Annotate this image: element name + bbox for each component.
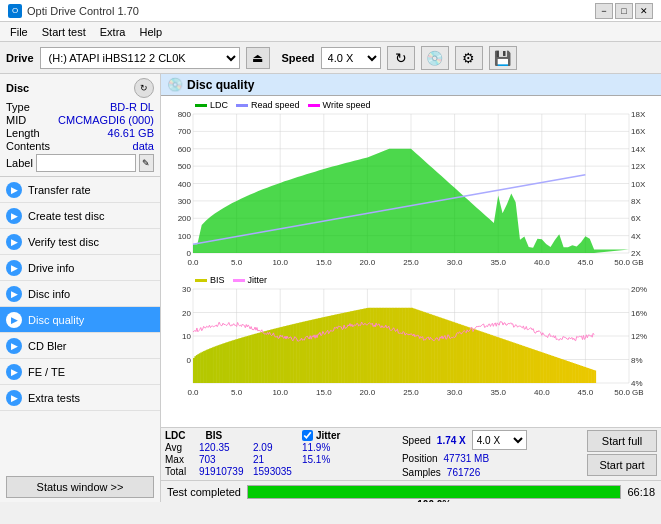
max-bis: 21 bbox=[253, 454, 289, 465]
nav-icon-verify: ▶ bbox=[6, 234, 22, 250]
menu-file[interactable]: File bbox=[4, 24, 34, 40]
action-buttons: Start full Start part bbox=[587, 430, 657, 478]
progress-bar-area: Test completed 100.0% 66:18 bbox=[161, 480, 661, 502]
nav-icon-disc-info: ▶ bbox=[6, 286, 22, 302]
speed-select[interactable]: 4.0 X bbox=[321, 47, 381, 69]
titlebar: O Opti Drive Control 1.70 − □ ✕ bbox=[0, 0, 661, 22]
minimize-button[interactable]: − bbox=[595, 3, 613, 19]
nav-verify-test-disc[interactable]: ▶ Verify test disc bbox=[0, 229, 160, 255]
disc-mid-row: MID CMCMAGDI6 (000) bbox=[6, 114, 154, 126]
nav-label-transfer: Transfer rate bbox=[28, 184, 91, 196]
avg-jitter: 11.9% bbox=[302, 442, 392, 453]
col-header-jitter: Jitter bbox=[316, 430, 340, 441]
top-chart-canvas bbox=[161, 96, 661, 271]
save-button[interactable]: 💾 bbox=[489, 46, 517, 70]
disc-button[interactable]: 💿 bbox=[421, 46, 449, 70]
position-value: 47731 MB bbox=[444, 453, 490, 464]
maximize-button[interactable]: □ bbox=[615, 3, 633, 19]
legend-write-speed: Write speed bbox=[308, 100, 371, 110]
nav-items: ▶ Transfer rate ▶ Create test disc ▶ Ver… bbox=[0, 177, 160, 411]
speed-value: 1.74 X bbox=[437, 435, 466, 446]
menu-help[interactable]: Help bbox=[133, 24, 168, 40]
disc-refresh-icon[interactable]: ↻ bbox=[134, 78, 154, 98]
nav-label-disc-info: Disc info bbox=[28, 288, 70, 300]
total-label: Total bbox=[165, 466, 197, 477]
nav-create-test-disc[interactable]: ▶ Create test disc bbox=[0, 203, 160, 229]
charts-area: LDC Read speed Write speed bbox=[161, 96, 661, 427]
nav-extra-tests[interactable]: ▶ Extra tests bbox=[0, 385, 160, 411]
max-ldc: 703 bbox=[199, 454, 251, 465]
disc-mid-label: MID bbox=[6, 114, 26, 126]
start-part-button[interactable]: Start part bbox=[587, 454, 657, 476]
total-jitter bbox=[302, 466, 392, 477]
disc-header: Disc ↻ bbox=[6, 78, 154, 98]
disc-label-button[interactable]: ✎ bbox=[139, 154, 154, 172]
col-header-ldc: LDC bbox=[165, 430, 186, 441]
status-text: Test completed bbox=[167, 486, 241, 498]
drive-select[interactable]: (H:) ATAPI iHBS112 2 CL0K bbox=[40, 47, 240, 69]
progress-bar-track: 100.0% bbox=[247, 485, 621, 499]
nav-icon-create: ▶ bbox=[6, 208, 22, 224]
nav-label-fe-te: FE / TE bbox=[28, 366, 65, 378]
titlebar-left: O Opti Drive Control 1.70 bbox=[8, 4, 139, 18]
nav-drive-info[interactable]: ▶ Drive info bbox=[0, 255, 160, 281]
disc-quality-icon: 💿 bbox=[167, 77, 183, 92]
menu-extra[interactable]: Extra bbox=[94, 24, 132, 40]
nav-disc-quality[interactable]: ▶ Disc quality bbox=[0, 307, 160, 333]
disc-length-label: Length bbox=[6, 127, 40, 139]
disc-label-row: Label ✎ bbox=[6, 154, 154, 172]
bottom-chart-canvas bbox=[161, 271, 661, 401]
avg-label: Avg bbox=[165, 442, 197, 453]
legend-bis-label: BIS bbox=[210, 275, 225, 285]
legend-read-speed-label: Read speed bbox=[251, 100, 300, 110]
eject-button[interactable]: ⏏ bbox=[246, 47, 270, 69]
disc-title: Disc bbox=[6, 82, 29, 94]
disc-panel: Disc ↻ Type BD-R DL MID CMCMAGDI6 (000) … bbox=[0, 74, 160, 177]
close-button[interactable]: ✕ bbox=[635, 3, 653, 19]
bottom-chart: BIS Jitter bbox=[161, 271, 661, 427]
drive-label: Drive bbox=[6, 52, 34, 64]
sidebar: Disc ↻ Type BD-R DL MID CMCMAGDI6 (000) … bbox=[0, 74, 161, 502]
menu-start-test[interactable]: Start test bbox=[36, 24, 92, 40]
nav-label-verify: Verify test disc bbox=[28, 236, 99, 248]
max-jitter: 15.1% bbox=[302, 454, 392, 465]
settings-button[interactable]: ⚙ bbox=[455, 46, 483, 70]
nav-cd-bler[interactable]: ▶ CD Bler bbox=[0, 333, 160, 359]
refresh-button[interactable]: ↻ bbox=[387, 46, 415, 70]
disc-type-label: Type bbox=[6, 101, 30, 113]
jitter-checkbox[interactable] bbox=[302, 430, 313, 441]
progress-percent: 100.0% bbox=[248, 498, 620, 503]
nav-fe-te[interactable]: ▶ FE / TE bbox=[0, 359, 160, 385]
total-ldc: 91910739 bbox=[199, 466, 251, 477]
main-content: Disc ↻ Type BD-R DL MID CMCMAGDI6 (000) … bbox=[0, 74, 661, 502]
total-bis: 1593035 bbox=[253, 466, 292, 477]
disc-length-row: Length 46.61 GB bbox=[6, 127, 154, 139]
drivebar: Drive (H:) ATAPI iHBS112 2 CL0K ⏏ Speed … bbox=[0, 42, 661, 74]
disc-type-value: BD-R DL bbox=[110, 101, 154, 113]
disc-contents-row: Contents data bbox=[6, 140, 154, 152]
position-label: Position bbox=[402, 453, 438, 464]
nav-transfer-rate[interactable]: ▶ Transfer rate bbox=[0, 177, 160, 203]
max-label: Max bbox=[165, 454, 197, 465]
legend-jitter: Jitter bbox=[233, 275, 268, 285]
nav-icon-fe-te: ▶ bbox=[6, 364, 22, 380]
speed-label: Speed bbox=[402, 435, 431, 446]
speed-select2[interactable]: 4.0 X bbox=[472, 430, 527, 450]
nav-label-create: Create test disc bbox=[28, 210, 104, 222]
nav-disc-info[interactable]: ▶ Disc info bbox=[0, 281, 160, 307]
disc-quality-header: 💿 Disc quality bbox=[161, 74, 661, 96]
status-window-button[interactable]: Status window >> bbox=[6, 476, 154, 498]
legend-read-speed: Read speed bbox=[236, 100, 300, 110]
disc-length-value: 46.61 GB bbox=[108, 127, 154, 139]
right-panel: 💿 Disc quality LDC Read speed bbox=[161, 74, 661, 502]
nav-label-extra: Extra tests bbox=[28, 392, 80, 404]
nav-label-cd-bler: CD Bler bbox=[28, 340, 67, 352]
disc-label-label: Label bbox=[6, 157, 33, 169]
samples-label: Samples bbox=[402, 467, 441, 478]
nav-icon-extra: ▶ bbox=[6, 390, 22, 406]
start-full-button[interactable]: Start full bbox=[587, 430, 657, 452]
disc-mid-value: CMCMAGDI6 (000) bbox=[58, 114, 154, 126]
time-value: 66:18 bbox=[627, 486, 655, 498]
legend-jitter-label: Jitter bbox=[248, 275, 268, 285]
disc-label-input[interactable] bbox=[36, 154, 136, 172]
